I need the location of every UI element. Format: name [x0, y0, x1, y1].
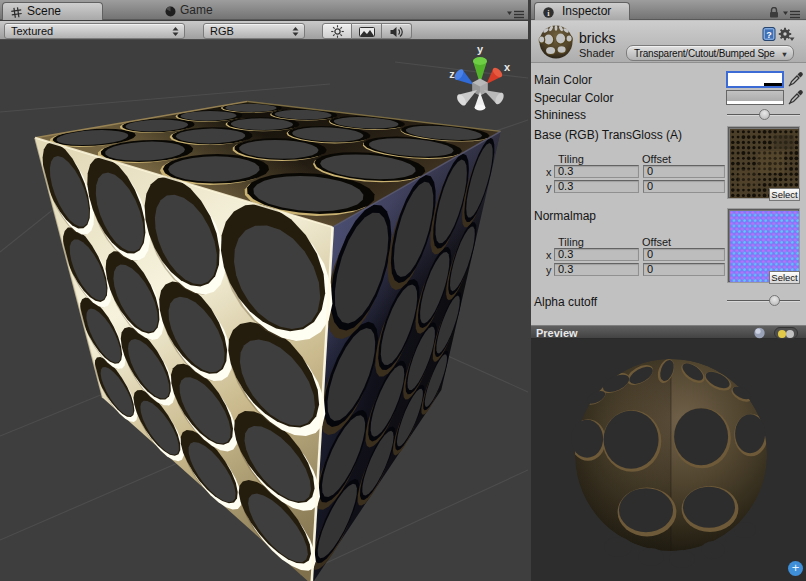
svg-text:x: x: [504, 61, 511, 73]
svg-text:?: ?: [766, 30, 772, 40]
svg-text:y: y: [477, 43, 484, 55]
svg-text:z: z: [449, 68, 455, 80]
